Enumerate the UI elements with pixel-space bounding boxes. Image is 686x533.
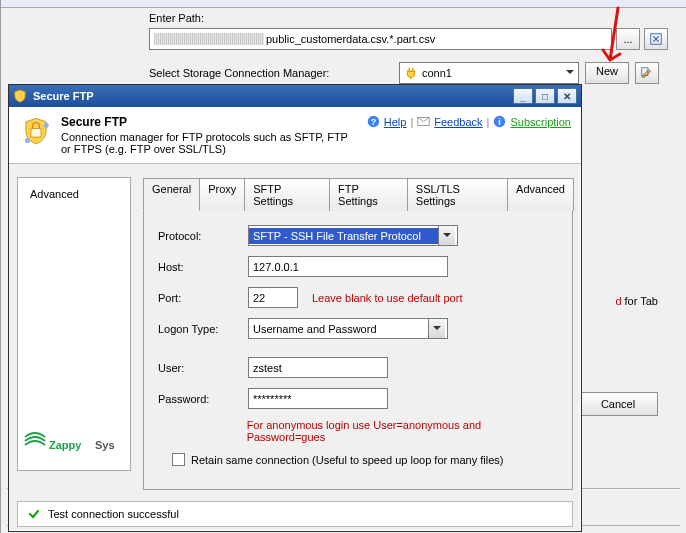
minimize-button[interactable]: _	[513, 88, 533, 104]
new-connection-button[interactable]: New	[585, 62, 629, 84]
tab-advanced[interactable]: Advanced	[507, 178, 574, 211]
port-input[interactable]	[248, 287, 298, 308]
select-connection-label: Select Storage Connection Manager:	[149, 67, 399, 79]
dialog-header: Secure FTP Connection manager for FTP pr…	[9, 107, 581, 164]
clear-path-button[interactable]	[644, 28, 668, 50]
browse-button[interactable]: ...	[616, 28, 640, 50]
svg-text:Zappy: Zappy	[49, 439, 82, 451]
logon-type-label: Logon Type:	[158, 323, 248, 335]
svg-text:?: ?	[371, 117, 376, 127]
retain-connection-checkbox[interactable]	[172, 453, 185, 466]
dialog-title: Secure FTP	[33, 90, 94, 102]
sidebar-item-advanced[interactable]: Advanced	[26, 186, 122, 202]
help-icon: ?	[367, 115, 380, 128]
shield-icon	[13, 89, 27, 103]
path-value: public_customerdata.csv.*.part.csv	[266, 33, 435, 45]
info-icon: i	[493, 115, 506, 128]
tab-ftp-settings[interactable]: FTP Settings	[329, 178, 408, 211]
host-input[interactable]	[248, 256, 448, 277]
enter-path-label: Enter Path:	[149, 12, 249, 24]
tabs: General Proxy SFTP Settings FTP Settings…	[143, 177, 573, 210]
parent-toolbar-fragment	[1, 0, 686, 8]
status-text: Test connection successful	[48, 508, 179, 520]
feedback-link[interactable]: Feedback	[434, 116, 482, 128]
help-link[interactable]: Help	[384, 116, 407, 128]
dialog-titlebar[interactable]: Secure FTP _ □ ✕	[9, 85, 581, 107]
path-redacted	[154, 33, 264, 45]
connection-value: conn1	[422, 67, 452, 79]
anonymous-hint: For anonymous login use User=anonymous a…	[247, 419, 558, 443]
protocol-label: Protocol:	[158, 230, 248, 242]
close-button[interactable]: ✕	[557, 88, 577, 104]
svg-rect-2	[31, 129, 41, 138]
tab-panel-general: Protocol: SFTP - SSH File Transfer Proto…	[143, 210, 573, 490]
check-icon	[26, 506, 42, 522]
zappysys-logo: Zappy Sys	[23, 431, 123, 459]
host-label: Host:	[158, 261, 248, 273]
edit-connection-button[interactable]	[635, 62, 659, 84]
password-input[interactable]	[248, 388, 388, 409]
subscription-link[interactable]: Subscription	[510, 116, 571, 128]
tab-sftp-settings[interactable]: SFTP Settings	[244, 178, 330, 211]
logon-type-select[interactable]: Username and Password	[248, 318, 448, 339]
connection-select[interactable]: conn1	[399, 62, 579, 84]
svg-text:i: i	[499, 117, 501, 127]
port-label: Port:	[158, 292, 248, 304]
background-hint: d for Tab	[615, 295, 658, 307]
user-input[interactable]	[248, 357, 388, 378]
retain-connection-label: Retain same connection (Useful to speed …	[191, 454, 503, 466]
chevron-down-icon	[566, 67, 574, 80]
chevron-down-icon	[428, 319, 445, 338]
header-subtitle: Connection manager for FTP protocols suc…	[61, 131, 359, 155]
mail-icon	[417, 115, 430, 128]
protocol-select[interactable]: SFTP - SSH File Transfer Protocol	[248, 225, 458, 246]
cancel-button[interactable]: Cancel	[578, 392, 658, 416]
plug-icon	[404, 66, 418, 80]
password-label: Password:	[158, 393, 248, 405]
svg-point-3	[25, 138, 30, 143]
secure-ftp-dialog: Secure FTP _ □ ✕ Secure FTP Connection m…	[8, 84, 582, 532]
svg-text:Sys: Sys	[95, 439, 115, 451]
tab-general[interactable]: General	[143, 178, 200, 211]
tab-proxy[interactable]: Proxy	[199, 178, 245, 211]
status-bar: Test connection successful	[17, 501, 573, 527]
port-hint: Leave blank to use default port	[312, 292, 462, 304]
header-title: Secure FTP	[61, 115, 359, 129]
chevron-down-icon	[438, 226, 455, 245]
maximize-button[interactable]: □	[535, 88, 555, 104]
user-label: User:	[158, 362, 248, 374]
path-input[interactable]: public_customerdata.csv.*.part.csv	[149, 28, 612, 50]
svg-point-4	[44, 123, 49, 128]
sidebar: Advanced	[17, 177, 131, 471]
tab-ssl-tls-settings[interactable]: SSL/TLS Settings	[407, 178, 508, 211]
ftp-icon	[19, 115, 53, 151]
